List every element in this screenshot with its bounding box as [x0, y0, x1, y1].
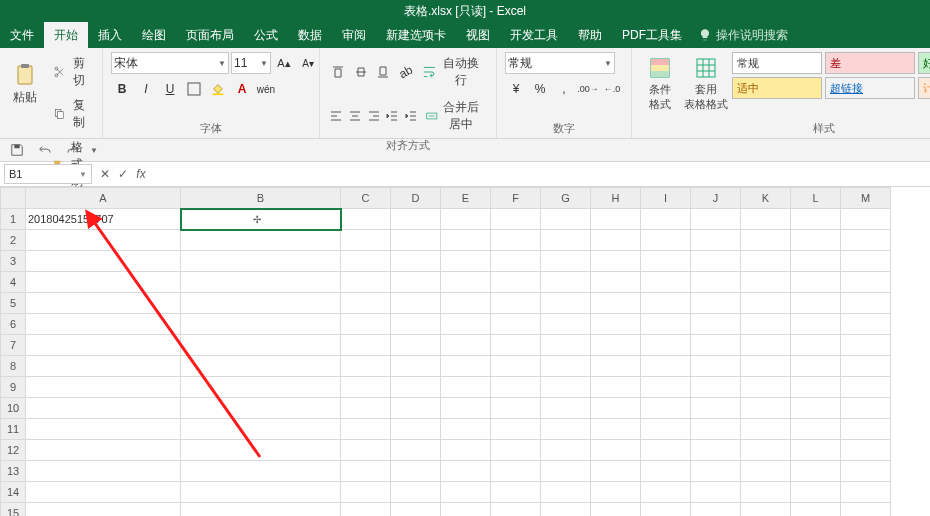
cell[interactable] [26, 335, 181, 356]
font-color-button[interactable]: A [231, 78, 253, 100]
cell[interactable] [691, 377, 741, 398]
wrap-text-button[interactable]: 自动换行 [417, 52, 488, 92]
cell[interactable] [741, 293, 791, 314]
cell[interactable] [741, 251, 791, 272]
cell[interactable] [441, 293, 491, 314]
cell[interactable] [491, 482, 541, 503]
bold-button[interactable]: B [111, 78, 133, 100]
cell[interactable] [641, 503, 691, 517]
cell[interactable] [641, 293, 691, 314]
cell[interactable] [341, 293, 391, 314]
cell[interactable] [441, 461, 491, 482]
cell[interactable] [841, 461, 891, 482]
cell[interactable] [841, 503, 891, 517]
cell[interactable] [491, 377, 541, 398]
cell[interactable] [691, 503, 741, 517]
cell[interactable] [641, 335, 691, 356]
row-header[interactable]: 6 [1, 314, 26, 335]
cell[interactable] [541, 251, 591, 272]
cell[interactable] [691, 272, 741, 293]
cell[interactable] [441, 272, 491, 293]
cell[interactable] [491, 335, 541, 356]
cut-button[interactable]: 剪切 [48, 52, 94, 92]
cell[interactable] [691, 356, 741, 377]
cell[interactable] [26, 440, 181, 461]
decrease-decimal-button[interactable]: ←.0 [601, 78, 623, 100]
cell[interactable] [741, 209, 791, 230]
cell[interactable] [441, 377, 491, 398]
cell[interactable] [491, 251, 541, 272]
cell[interactable] [741, 272, 791, 293]
cell[interactable] [441, 482, 491, 503]
align-middle-button[interactable] [350, 61, 370, 83]
font-size-select[interactable]: 11▼ [231, 52, 271, 74]
font-name-select[interactable]: 宋体▼ [111, 52, 229, 74]
style-calc[interactable]: 计算 [918, 77, 930, 99]
cell[interactable] [391, 503, 441, 517]
cell[interactable] [26, 419, 181, 440]
increase-indent-button[interactable] [402, 105, 419, 127]
orientation-button[interactable]: ab [395, 61, 415, 83]
cell[interactable] [841, 377, 891, 398]
cell[interactable] [741, 377, 791, 398]
cell[interactable] [691, 419, 741, 440]
cell[interactable] [341, 356, 391, 377]
cell[interactable] [491, 461, 541, 482]
cell[interactable] [791, 419, 841, 440]
cell[interactable] [341, 230, 391, 251]
cell[interactable] [181, 356, 341, 377]
cell[interactable] [591, 503, 641, 517]
cell[interactable] [791, 251, 841, 272]
cell[interactable] [26, 461, 181, 482]
cell[interactable] [541, 398, 591, 419]
row-header[interactable]: 15 [1, 503, 26, 517]
cancel-formula-button[interactable]: ✕ [96, 165, 114, 183]
fill-color-button[interactable] [207, 78, 229, 100]
cell[interactable] [741, 335, 791, 356]
tab-page-layout[interactable]: 页面布局 [176, 22, 244, 48]
cell[interactable] [181, 419, 341, 440]
cell[interactable] [341, 272, 391, 293]
cell[interactable] [181, 272, 341, 293]
cell[interactable] [541, 377, 591, 398]
decrease-font-button[interactable]: A▾ [297, 52, 319, 74]
row-header[interactable]: 9 [1, 377, 26, 398]
cell[interactable] [541, 209, 591, 230]
cell[interactable] [341, 398, 391, 419]
cell[interactable] [691, 440, 741, 461]
tab-new[interactable]: 新建选项卡 [376, 22, 456, 48]
number-format-select[interactable]: 常规▼ [505, 52, 615, 74]
cell[interactable] [341, 251, 391, 272]
cell[interactable] [181, 293, 341, 314]
style-bad[interactable]: 差 [825, 52, 915, 74]
cell[interactable] [591, 314, 641, 335]
cell[interactable] [791, 440, 841, 461]
cell[interactable] [791, 461, 841, 482]
cell[interactable] [491, 356, 541, 377]
increase-decimal-button[interactable]: .00→ [577, 78, 599, 100]
tab-view[interactable]: 视图 [456, 22, 500, 48]
cell[interactable] [591, 251, 641, 272]
cell[interactable] [391, 314, 441, 335]
copy-button[interactable]: 复制 [48, 94, 94, 134]
cell[interactable] [391, 440, 441, 461]
col-header[interactable]: C [341, 188, 391, 209]
cell[interactable] [791, 482, 841, 503]
cell[interactable] [691, 461, 741, 482]
align-left-button[interactable] [328, 105, 345, 127]
cell[interactable] [741, 230, 791, 251]
insert-function-button[interactable]: fx [132, 165, 150, 183]
cell[interactable] [391, 293, 441, 314]
cell[interactable] [491, 293, 541, 314]
cell[interactable] [441, 356, 491, 377]
cell[interactable] [391, 419, 441, 440]
cell[interactable] [691, 293, 741, 314]
row-header[interactable]: 13 [1, 461, 26, 482]
cell[interactable] [791, 230, 841, 251]
cell[interactable] [391, 398, 441, 419]
cell[interactable] [491, 314, 541, 335]
qat-redo-button[interactable] [62, 139, 84, 161]
tab-pdf[interactable]: PDF工具集 [612, 22, 692, 48]
underline-button[interactable]: U [159, 78, 181, 100]
tab-insert[interactable]: 插入 [88, 22, 132, 48]
